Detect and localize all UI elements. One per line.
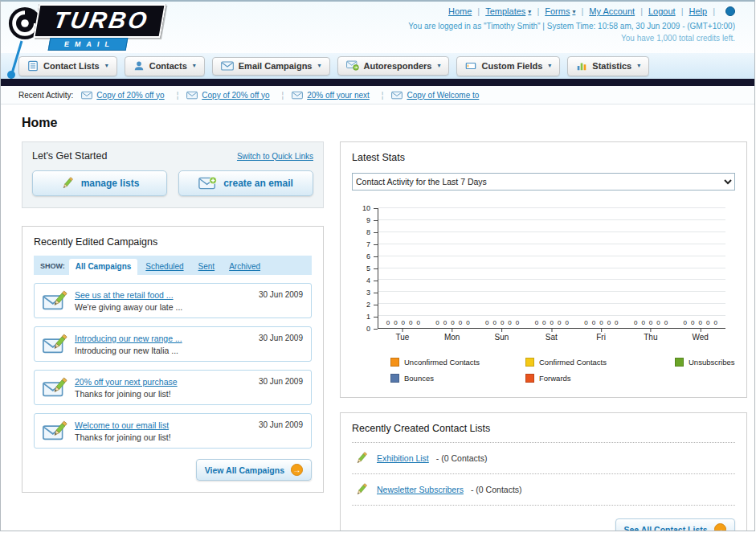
chart-gridline — [378, 291, 725, 292]
chart-y-tick: 9 — [366, 216, 370, 224]
legend-item-unconfirmed: Unconfirmed Contacts — [390, 358, 525, 367]
nav-tab-email-campaigns[interactable]: Email Campaigns ▾ — [212, 57, 330, 76]
logo-subtitle: EMAIL — [48, 38, 129, 51]
campaign-item[interactable]: See us at the retail food ... We're givi… — [34, 283, 312, 318]
email-campaigns-icon — [221, 61, 234, 71]
chart-y-tick: 0 — [366, 325, 370, 333]
link-my-account[interactable]: My Account — [589, 6, 635, 16]
recent-activity-link[interactable]: Copy of Welcome to — [407, 91, 479, 100]
link-forms[interactable]: Forms▾ — [545, 6, 575, 16]
switch-to-quick-links[interactable]: Switch to Quick Links — [237, 152, 313, 161]
campaign-item[interactable]: Welcome to our email list Thanks for joi… — [34, 413, 312, 449]
see-all-contact-lists-button[interactable]: See All Contact Lists → — [615, 518, 735, 531]
campaign-title-link[interactable]: Introducing our new range ... — [75, 334, 182, 343]
recent-activity-link[interactable]: 20% off your next — [307, 91, 370, 100]
contact-list-link[interactable]: Newsletter Subscribers — [377, 485, 464, 494]
chart-value: 0 — [535, 319, 538, 326]
legend-item-confirmed: Confirmed Contacts — [525, 358, 675, 367]
nav-tab-autoresponders[interactable]: Autoresponders ▾ — [337, 56, 450, 76]
chart-value-labels: 00000 — [634, 319, 668, 326]
chart-gridline — [378, 231, 725, 232]
chart-value-labels: 00000 — [684, 319, 717, 326]
chart-y-tick: 2 — [366, 301, 370, 309]
link-forms-label: Forms — [545, 6, 570, 16]
tab-all-campaigns[interactable]: All Campaigns — [69, 259, 137, 275]
nav-tab-contacts[interactable]: Contacts ▾ — [125, 56, 205, 76]
contact-lists-panel-title: Recently Created Contact Lists — [352, 423, 735, 434]
manage-lists-button[interactable]: manage lists — [32, 170, 167, 196]
show-label: SHOW: — [40, 262, 65, 275]
credits-line: You have 1,000 total credits left. — [408, 33, 735, 45]
chart-x-tick: Tue — [395, 333, 409, 342]
chevron-down-icon: ▾ — [193, 62, 196, 69]
recent-activity-item: 20% off your next — [292, 91, 383, 100]
campaign-title-link[interactable]: 20% off your next purchase — [75, 377, 178, 387]
chart-value: 0 — [550, 319, 554, 326]
view-all-campaigns-button[interactable]: View All Campaigns → — [196, 459, 312, 481]
link-home[interactable]: Home — [448, 6, 472, 16]
stats-period-select[interactable]: Contact Activity for the Last 7 Days — [352, 173, 735, 191]
chevron-down-icon: ▾ — [437, 62, 440, 69]
nav-tab-label: Contact Lists — [43, 61, 100, 71]
campaign-item[interactable]: Introducing our new range ... Introducin… — [34, 326, 312, 362]
campaign-edit-icon — [41, 334, 70, 354]
chart-value-labels: 00000 — [535, 319, 569, 326]
nav-tab-custom-fields[interactable]: Custom Fields ▾ — [456, 56, 560, 76]
link-logout[interactable]: Logout — [648, 6, 676, 16]
chart-value-labels: 00000 — [386, 319, 420, 326]
chart-value: 0 — [516, 319, 519, 326]
tab-archived[interactable]: Archived — [223, 259, 267, 275]
nav-tab-contact-lists[interactable]: Contact Lists ▾ — [18, 56, 117, 76]
campaign-item[interactable]: 20% off your next purchase Thanks for jo… — [34, 370, 312, 405]
arrow-right-icon: → — [291, 464, 303, 476]
campaign-date: 30 Jun 2009 — [259, 377, 303, 386]
custom-fields-icon — [465, 60, 476, 72]
contact-list-link[interactable]: Exhibition List — [377, 453, 429, 463]
chart-x-labels: TueMonSunSatFriThuWed — [378, 329, 725, 345]
logo-title: TURBO — [33, 4, 166, 38]
app-window: TURBO EMAIL Home Templates▾ Forms▾ My Ac… — [0, 0, 755, 531]
create-email-button[interactable]: create an email — [178, 170, 313, 196]
chart-gridline — [378, 256, 725, 256]
tab-scheduled[interactable]: Scheduled — [139, 259, 190, 275]
chart-value: 0 — [435, 319, 439, 326]
chart-value: 0 — [402, 319, 405, 326]
recent-activity-link[interactable]: Copy of 20% off yo — [202, 91, 269, 100]
chart-x-tick: Sun — [495, 333, 509, 342]
chart-y-tick: 5 — [366, 264, 370, 272]
contact-list-item[interactable]: Exhibition List - (0 Contacts) — [352, 442, 735, 473]
legend-label: Unconfirmed Contacts — [404, 358, 480, 367]
help-badge-icon[interactable] — [725, 6, 735, 16]
link-templates[interactable]: Templates▾ — [485, 6, 531, 16]
nav-tab-statistics[interactable]: Statistics ▾ — [567, 56, 649, 76]
legend-swatch — [525, 374, 534, 383]
tab-sent[interactable]: Sent — [192, 259, 222, 275]
link-help[interactable]: Help — [689, 6, 708, 16]
campaign-edit-icon — [41, 290, 70, 311]
chevron-down-icon: ▾ — [572, 8, 575, 15]
campaign-subtitle: Introducing our new Italia ... — [75, 346, 182, 355]
chart-value: 0 — [584, 319, 587, 326]
contacts-icon — [133, 60, 145, 72]
legend-item-forwards: Forwards — [525, 374, 675, 383]
recent-activity-link[interactable]: Copy of 20% off yo — [96, 91, 164, 100]
envelope-icon — [81, 91, 92, 100]
login-info: You are logged in as "Timothy Smith" | S… — [408, 21, 735, 44]
chart-gridline — [378, 207, 725, 208]
view-all-campaigns-label: View All Campaigns — [205, 465, 284, 475]
envelope-icon — [391, 91, 403, 100]
chart-x-tick: Sat — [546, 333, 558, 342]
chart-value: 0 — [599, 319, 603, 326]
chart-value: 0 — [409, 319, 412, 326]
nav-tab-label: Contacts — [149, 61, 187, 71]
recently-edited-campaigns-panel: Recently Edited Campaigns SHOW: All Camp… — [22, 226, 324, 493]
campaign-date: 30 Jun 2009 — [259, 420, 303, 429]
envelope-icon — [292, 91, 303, 100]
campaign-date: 30 Jun 2009 — [259, 290, 303, 299]
legend-swatch — [675, 358, 684, 367]
campaign-title-link[interactable]: Welcome to our email list — [75, 420, 171, 430]
contact-list-item[interactable]: Newsletter Subscribers - (0 Contacts) — [352, 473, 735, 505]
chart-value: 0 — [416, 319, 419, 326]
legend-label: Confirmed Contacts — [539, 358, 607, 367]
campaign-title-link[interactable]: See us at the retail food ... — [75, 290, 182, 300]
